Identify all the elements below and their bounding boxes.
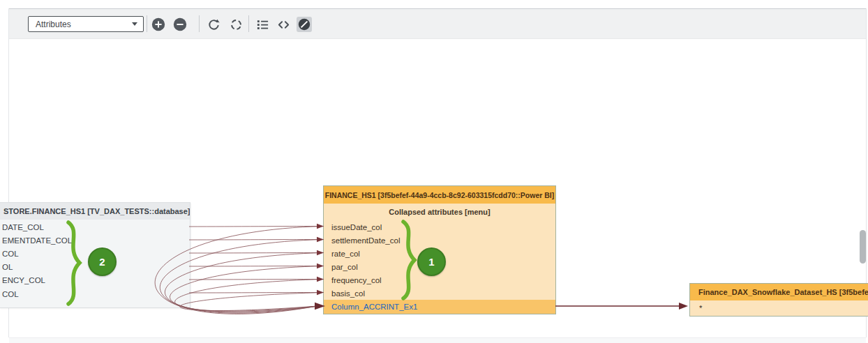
contrast-toggle-button[interactable] [297, 17, 312, 32]
badge-label: 1 [428, 256, 434, 268]
badge-label: 2 [99, 256, 105, 268]
lineage-canvas: Attributes [0, 0, 868, 343]
collapsed-attributes-menu[interactable]: Collapsed attributes [menu] [324, 204, 555, 220]
contrast-icon [297, 17, 311, 31]
attribute-list: * [690, 300, 868, 316]
toolbar-separator [147, 15, 147, 32]
attribute-row[interactable]: ENCY_COL [0, 274, 190, 287]
refresh-button[interactable] [206, 17, 221, 32]
attribute-row[interactable]: EMENTDATE_COL [0, 234, 190, 247]
attribute-row[interactable]: issueDate_col [324, 220, 555, 234]
attributes-select-value: Attributes [36, 20, 132, 29]
list-icon [256, 18, 269, 31]
plus-circle-icon [151, 17, 165, 31]
attribute-row[interactable]: settlementDate_col [324, 234, 555, 247]
chevron-down-icon [132, 22, 137, 26]
center-view-button[interactable] [228, 17, 244, 32]
attribute-row[interactable]: basis_col [324, 287, 555, 300]
crosshair-icon [230, 18, 243, 31]
attribute-row[interactable]: frequency_col [324, 273, 555, 287]
node-snowflake-dataset[interactable]: Finance_DAX_Snowflake_Dataset_HS [3f5bef… [689, 283, 868, 317]
horizontal-scrollbar-track[interactable] [9, 337, 866, 343]
vertical-scrollbar-thumb[interactable] [860, 230, 866, 264]
minus-circle-icon [173, 17, 187, 31]
refresh-icon [207, 18, 220, 31]
list-view-button[interactable] [255, 17, 270, 32]
node-header[interactable]: STORE.FINANCE_HS1 [TV_DAX_TESTS::databas… [0, 203, 190, 220]
node-header[interactable]: FINANCE_HS1 [3f5befef-44a9-4ccb-8c92-603… [324, 186, 555, 204]
code-view-button[interactable] [276, 17, 291, 32]
zoom-out-button[interactable] [172, 17, 188, 32]
toolbar-separator [248, 15, 249, 32]
attribute-row[interactable]: COL [0, 287, 190, 300]
attribute-row[interactable]: DATE_COL [0, 220, 190, 234]
annotation-badge-1[interactable]: 1 [417, 247, 446, 276]
toolbar-separator [199, 15, 200, 32]
annotation-badge-2[interactable]: 2 [88, 247, 117, 276]
attributes-select[interactable]: Attributes [28, 16, 144, 32]
zoom-in-button[interactable] [151, 17, 166, 32]
node-header[interactable]: Finance_DAX_Snowflake_Dataset_HS [3f5bef… [690, 284, 868, 300]
code-icon [277, 18, 290, 31]
attribute-row-highlighted[interactable]: Column_ACCRINT_Ex1 [324, 300, 555, 314]
attribute-row[interactable]: * [690, 300, 868, 316]
toolbar: Attributes [9, 9, 866, 39]
